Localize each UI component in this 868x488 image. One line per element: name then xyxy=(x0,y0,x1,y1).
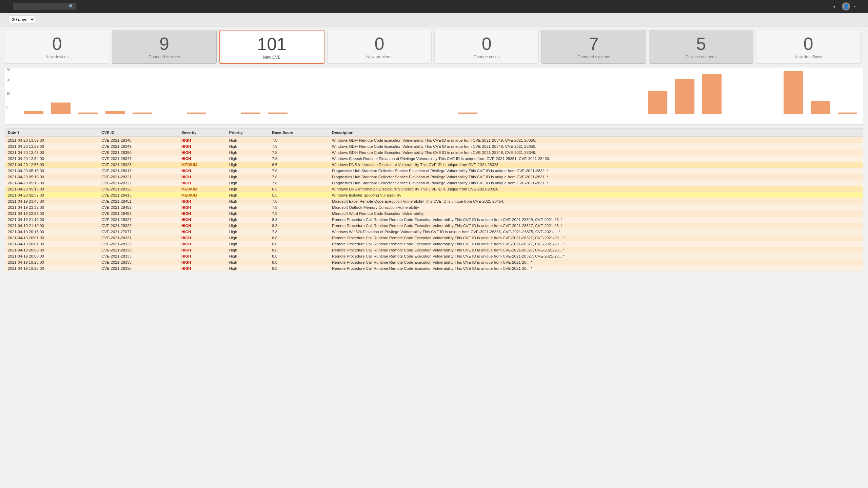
bar-0[interactable] xyxy=(24,111,43,114)
table-row[interactable]: 2021-04-20 12:53:00CVE-2021-28328MEDIUMH… xyxy=(5,162,863,168)
cell-desc: Microsoft Outlook Memory Corruption Vuln… xyxy=(329,204,863,210)
cell-score: 8.8 xyxy=(269,253,329,259)
cell-priority: High xyxy=(226,186,270,192)
table-row[interactable]: 2021-04-20 05:15:00CVE-2021-28323MEDIUMH… xyxy=(5,186,863,192)
cell-priority: High xyxy=(226,210,270,217)
table-row[interactable]: 2021-04-19 20:01:00CVE-2021-28331HIGHHig… xyxy=(5,235,863,241)
table-row[interactable]: 2021-04-19 22:56:00CVE-2021-28453HIGHHig… xyxy=(5,210,863,217)
y-label-20: 20 xyxy=(6,78,10,82)
table-row[interactable]: 2021-04-19 20:00:00CVE-2021-28333HIGHHig… xyxy=(5,253,863,259)
cell-desc: Remote Procedure Call Runtime Remote Cod… xyxy=(329,253,863,259)
table-row[interactable]: 2021-04-20 12:54:00CVE-2021-28347HIGHHig… xyxy=(5,156,863,162)
col-header-base-score[interactable]: Base Score xyxy=(269,128,329,137)
cell-cve: CVE-2021-28329 xyxy=(99,223,179,229)
x-label-12: 2021-04-03 xyxy=(345,114,360,114)
bar-30[interactable] xyxy=(838,113,857,114)
bar-29[interactable] xyxy=(811,101,830,114)
stat-card-5[interactable]: 7Changed systems xyxy=(541,30,646,64)
bar-3[interactable] xyxy=(105,111,125,114)
stat-label-4: Change cases xyxy=(438,55,535,59)
x-label-26: 2021-04-17 xyxy=(725,114,739,114)
stat-card-7[interactable]: 0New data flows xyxy=(756,30,861,64)
stat-card-0[interactable]: 0New devices xyxy=(5,30,109,64)
cell-severity: HIGH xyxy=(179,156,226,162)
col-header-severity[interactable]: Severity xyxy=(179,128,226,137)
cell-severity: HIGH xyxy=(179,259,226,265)
table-row[interactable]: 2021-04-19 20:13:00CVE-2021-27077HIGHHig… xyxy=(5,229,863,235)
table-row[interactable]: 2021-04-19 20:00:00CVE-2021-28330HIGHHig… xyxy=(5,247,863,253)
table-row[interactable]: 2021-04-19 23:32:00CVE-2021-28452HIGHHig… xyxy=(5,204,863,210)
table-row[interactable]: 2021-04-20 13:43:00CVE-2021-28350HIGHHig… xyxy=(5,149,863,156)
cell-cve: CVE-2021-28350 xyxy=(99,149,179,156)
bar-9[interactable] xyxy=(268,113,288,114)
cell-severity: HIGH xyxy=(179,223,226,229)
col-header-priority[interactable]: Priority xyxy=(226,128,270,137)
cell-date: 2021-04-20 05:15:00 xyxy=(5,186,99,192)
table-row[interactable]: 2021-04-19 19:25:00CVE-2021-28335HIGHHig… xyxy=(5,259,863,265)
cell-desc: Windows DNS Information Disclosure Vulne… xyxy=(329,162,863,168)
cell-desc: Diagnostics Hub Standard Collector Servi… xyxy=(329,180,863,186)
cell-desc: Remote Procedure Call Runtime Remote Cod… xyxy=(329,265,863,271)
cell-cve: CVE-2021-28321 xyxy=(99,174,179,180)
stat-card-1[interactable]: 9Changed devices xyxy=(112,30,216,64)
stat-card-3[interactable]: 0New problems xyxy=(327,30,432,64)
table-row[interactable]: 2021-04-19 21:10:00CVE-2021-28329HIGHHig… xyxy=(5,223,863,229)
stat-label-0: New devices xyxy=(8,55,105,59)
cell-date: 2021-04-19 19:25:00 xyxy=(5,259,99,265)
cell-date: 2021-04-20 05:15:00 xyxy=(5,174,99,180)
table-row[interactable]: 2021-04-19 21:10:00CVE-2021-28327HIGHHig… xyxy=(5,217,863,223)
cell-date: 2021-04-19 20:00:00 xyxy=(5,253,99,259)
user-menu[interactable]: 👤 ▾ xyxy=(842,2,856,11)
table-row[interactable]: 2021-04-20 05:15:00CVE-2021-28321HIGHHig… xyxy=(5,174,863,180)
cell-score: 8.8 xyxy=(269,217,329,223)
bar-25[interactable] xyxy=(702,74,722,114)
bar-8[interactable] xyxy=(241,113,260,114)
table-row[interactable]: 2021-04-20 05:15:00CVE-2021-28313HIGHHig… xyxy=(5,168,863,174)
table-row[interactable]: 2021-04-19 23:43:00CVE-2021-28451HIGHHig… xyxy=(5,198,863,204)
y-label-10: 10 xyxy=(6,92,10,96)
stat-card-4[interactable]: 0Change cases xyxy=(434,30,539,64)
cell-desc: Windows Speech Runtime Elevation of Priv… xyxy=(329,156,863,162)
table-scroll[interactable]: DateCVE IDSeverityPriorityBase ScoreDesc… xyxy=(5,128,863,271)
cell-severity: HIGH xyxy=(179,247,226,253)
topnav: 🔍 👤 ▾ xyxy=(0,0,868,13)
col-header-description[interactable]: Description xyxy=(329,128,863,137)
cell-priority: High xyxy=(226,180,270,186)
cell-date: 2021-04-19 21:10:00 xyxy=(5,223,99,229)
stat-card-2[interactable]: 101New CVE xyxy=(219,30,324,64)
bar-6[interactable] xyxy=(187,113,206,114)
cell-severity: HIGH xyxy=(179,143,226,149)
cards-row: 0New devices9Changed devices101New CVE0N… xyxy=(0,26,868,67)
table-row[interactable]: 2021-04-19 20:01:00CVE-2021-28332HIGHHig… xyxy=(5,241,863,247)
cell-cve: CVE-2021-28328 xyxy=(99,162,179,168)
cell-priority: High xyxy=(226,229,270,235)
table-row[interactable]: 2021-04-20 13:59:00CVE-2021-28349HIGHHig… xyxy=(5,143,863,149)
home-menu[interactable] xyxy=(833,4,835,9)
bar-4[interactable] xyxy=(133,113,152,114)
cell-score: 6.5 xyxy=(269,186,329,192)
table-row[interactable]: 2021-04-20 02:57:00CVE-2021-26413MEDIUMH… xyxy=(5,192,863,198)
cell-severity: HIGH xyxy=(179,137,226,143)
table-row[interactable]: 2021-04-19 19:25:00CVE-2021-28336HIGHHig… xyxy=(5,265,863,271)
stat-card-6[interactable]: 5Devices not seen xyxy=(649,30,753,64)
bar-1[interactable] xyxy=(51,103,71,114)
bar-2[interactable] xyxy=(78,113,98,114)
bar-16[interactable] xyxy=(458,113,477,114)
col-header-date[interactable]: Date xyxy=(5,128,99,137)
cell-severity: HIGH xyxy=(179,217,226,223)
table-row[interactable]: 2021-04-20 05:15:00CVE-2021-28322HIGHHig… xyxy=(5,180,863,186)
cell-cve: CVE-2021-28333 xyxy=(99,253,179,259)
cell-priority: High xyxy=(226,204,270,210)
timerange-select[interactable]: 7 days14 days30 days60 days90 days xyxy=(8,16,35,23)
cell-priority: High xyxy=(226,223,270,229)
table-row[interactable]: 2021-04-20 13:59:00CVE-2021-28348HIGHHig… xyxy=(5,137,863,143)
bar-24[interactable] xyxy=(675,79,694,114)
cell-cve: CVE-2021-28332 xyxy=(99,241,179,247)
bar-28[interactable] xyxy=(784,71,803,114)
search-input[interactable] xyxy=(13,3,76,10)
bar-23[interactable] xyxy=(648,91,667,114)
cell-date: 2021-04-19 20:01:00 xyxy=(5,241,99,247)
col-header-cve-id[interactable]: CVE ID xyxy=(99,128,179,137)
cell-severity: HIGH xyxy=(179,149,226,156)
cell-cve: CVE-2021-28331 xyxy=(99,235,179,241)
